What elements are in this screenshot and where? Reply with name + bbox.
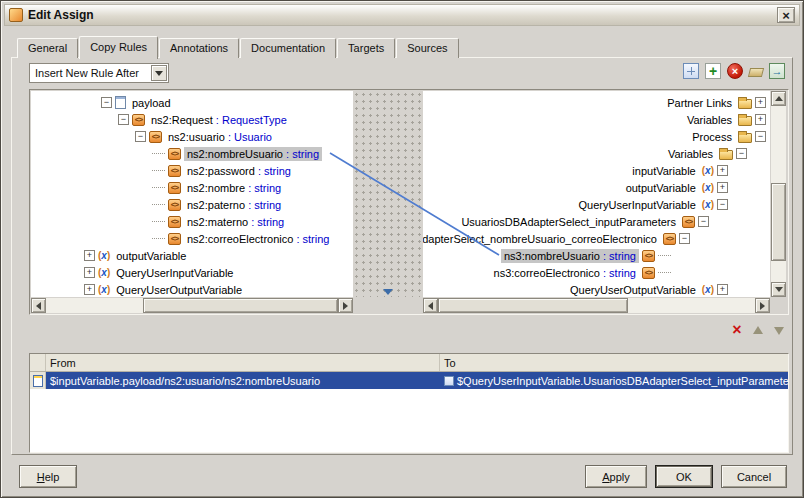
to-cell[interactable]: $QueryUserInputVariable.UsuariosDBAdapte… [440, 372, 788, 389]
target-tree-node[interactable]: +(x)outputVariable [423, 179, 770, 196]
collapse-toggle-icon[interactable]: − [679, 233, 690, 244]
collapse-toggle-icon[interactable]: − [717, 199, 728, 210]
scrollbar-thumb[interactable] [438, 298, 628, 313]
expand-toggle-icon[interactable]: + [84, 284, 95, 295]
expand-toggle-icon[interactable]: + [755, 114, 766, 125]
tree-node-label[interactable]: ns2:materno : string [184, 215, 287, 229]
expand-toggle-icon[interactable]: + [717, 182, 728, 193]
scroll-left-icon[interactable] [31, 298, 46, 313]
expression-builder-icon[interactable] [683, 63, 699, 79]
scroll-down-icon[interactable] [771, 282, 786, 297]
tree-node-label[interactable]: payload [129, 96, 174, 110]
source-tree-node[interactable]: +(x)outputVariable [31, 247, 353, 264]
scroll-right-icon[interactable] [755, 298, 770, 313]
tree-node-label[interactable]: Process [689, 130, 735, 144]
chevron-down-icon[interactable] [151, 65, 167, 81]
insert-rule-dropdown[interactable]: Insert New Rule After [29, 63, 169, 83]
source-tree-node[interactable]: −payload [31, 94, 353, 111]
collapse-toggle-icon[interactable]: − [736, 148, 747, 159]
target-tree-node[interactable]: −Process [423, 128, 770, 145]
column-header-from[interactable]: From [46, 354, 440, 371]
tree-node-label[interactable]: Variables [684, 113, 735, 127]
source-tree-node[interactable]: <>ns2:paterno : string [31, 196, 353, 213]
cancel-button[interactable]: Cancel [721, 465, 787, 488]
expand-toggle-icon[interactable]: + [84, 250, 95, 261]
scroll-left-icon[interactable] [423, 298, 438, 313]
help-button[interactable]: Help [19, 465, 77, 488]
tab-documentation[interactable]: Documentation [240, 38, 336, 58]
target-tree-node[interactable]: +Partner Links [423, 94, 770, 111]
scrollbar-thumb[interactable] [143, 298, 338, 313]
expand-toggle-icon[interactable]: + [755, 97, 766, 108]
tab-general[interactable]: General [17, 38, 78, 58]
tree-node-label[interactable]: ns2:password : string [184, 164, 294, 178]
target-tree-node[interactable]: −<>UsuariosDBAdapterSelect_inputParamete… [423, 213, 770, 230]
target-vertical-scrollbar[interactable] [771, 91, 786, 297]
auto-map-icon[interactable] [769, 63, 785, 79]
column-header-to[interactable]: To [440, 354, 788, 371]
move-down-icon[interactable] [771, 322, 787, 338]
source-tree-node[interactable]: <>ns2:materno : string [31, 213, 353, 230]
source-tree-node[interactable]: <>ns2:nombre : string [31, 179, 353, 196]
scroll-right-icon[interactable] [338, 298, 353, 313]
ok-button[interactable]: OK [655, 465, 713, 488]
tree-node-label[interactable]: QueryUserOutputVariable [113, 283, 245, 297]
tree-node-label[interactable]: outputVariable [113, 249, 189, 263]
eraser-icon[interactable] [748, 68, 764, 77]
tree-node-label[interactable]: ns2:paterno : string [184, 198, 284, 212]
tree-node-label[interactable]: Variables [665, 147, 716, 161]
apply-button[interactable]: Apply [585, 465, 647, 488]
expand-toggle-icon[interactable]: + [84, 267, 95, 278]
tab-sources[interactable]: Sources [396, 38, 458, 58]
target-horizontal-scrollbar[interactable] [423, 298, 770, 313]
tree-node-label[interactable]: UsuariosDBAdapterSelect_inputParameters [458, 215, 679, 229]
tree-node-label[interactable]: QueryUserInputVariable [576, 198, 699, 212]
source-tree-node[interactable]: +(x)QueryUserInputVariable [31, 264, 353, 281]
source-tree-node[interactable]: <>ns2:nombreUsuario : string [31, 145, 353, 162]
tree-node-label[interactable]: inputVariable [629, 164, 698, 178]
delete-rule-icon[interactable] [729, 322, 745, 338]
target-tree-node[interactable]: +(x)inputVariable [423, 162, 770, 179]
collapse-toggle-icon[interactable]: − [698, 216, 709, 227]
source-horizontal-scrollbar[interactable] [31, 298, 353, 313]
table-row[interactable]: $inputVariable.payload/ns2:usuario/ns2:n… [30, 372, 788, 389]
tree-node-label[interactable]: ns2:usuario : Usuario [165, 130, 275, 144]
expand-toggle-icon[interactable]: + [717, 284, 728, 295]
tree-node-label[interactable]: QueryUserOutputVariable [567, 283, 699, 297]
target-tree-node[interactable]: +Variables [423, 111, 770, 128]
from-cell[interactable]: $inputVariable.payload/ns2:usuario/ns2:n… [46, 372, 440, 389]
tree-node-label[interactable]: QueryUserInputVariable [113, 266, 236, 280]
source-tree-node[interactable]: <>ns2:correoElectronico : string [31, 230, 353, 247]
tab-targets[interactable]: Targets [337, 38, 395, 58]
tree-node-label[interactable]: ns2:nombreUsuario : string [184, 147, 322, 161]
collapse-toggle-icon[interactable]: − [755, 131, 766, 142]
source-tree-node[interactable]: <>ns2:password : string [31, 162, 353, 179]
tree-node-label[interactable]: ns2:correoElectronico : string [184, 232, 332, 246]
scroll-up-icon[interactable] [771, 91, 786, 106]
source-tree-node[interactable]: −<>ns2:usuario : Usuario [31, 128, 353, 145]
source-tree-node[interactable]: +(x)QueryUserOutputVariable [31, 281, 353, 297]
tree-node-label[interactable]: ns3:nombreUsuario : string [501, 249, 639, 263]
close-button[interactable] [777, 7, 795, 23]
scrollbar-thumb[interactable] [771, 183, 786, 261]
target-tree-node[interactable]: −Variables [423, 145, 770, 162]
collapse-toggle-icon[interactable]: − [101, 97, 112, 108]
target-tree-node[interactable]: +(x)QueryUserOutputVariable [423, 281, 770, 297]
tab-annotations[interactable]: Annotations [159, 38, 239, 58]
tree-node-label[interactable]: UsuariosDBAdapterSelect_nombreUsuario_co… [423, 232, 660, 246]
move-up-icon[interactable] [750, 322, 766, 338]
tree-node-label[interactable]: ns2:Request : RequestType [148, 113, 290, 127]
tree-node-label[interactable]: ns3:correoElectronico : string [491, 266, 639, 280]
collapse-toggle-icon[interactable]: − [135, 131, 146, 142]
tree-node-label[interactable]: ns2:nombre : string [184, 181, 284, 195]
delete-icon[interactable] [727, 63, 743, 79]
target-tree-node[interactable]: −<>UsuariosDBAdapterSelect_nombreUsuario… [423, 230, 770, 247]
target-tree-node[interactable]: <>ns3:nombreUsuario : string [423, 247, 770, 264]
add-rule-icon[interactable] [705, 63, 721, 79]
tree-node-label[interactable]: outputVariable [623, 181, 699, 195]
source-tree-node[interactable]: −<>ns2:Request : RequestType [31, 111, 353, 128]
expand-toggle-icon[interactable]: + [717, 165, 728, 176]
tree-node-label[interactable]: Partner Links [664, 96, 735, 110]
collapse-toggle-icon[interactable]: − [118, 114, 129, 125]
target-tree-node[interactable]: <>ns3:correoElectronico : string [423, 264, 770, 281]
